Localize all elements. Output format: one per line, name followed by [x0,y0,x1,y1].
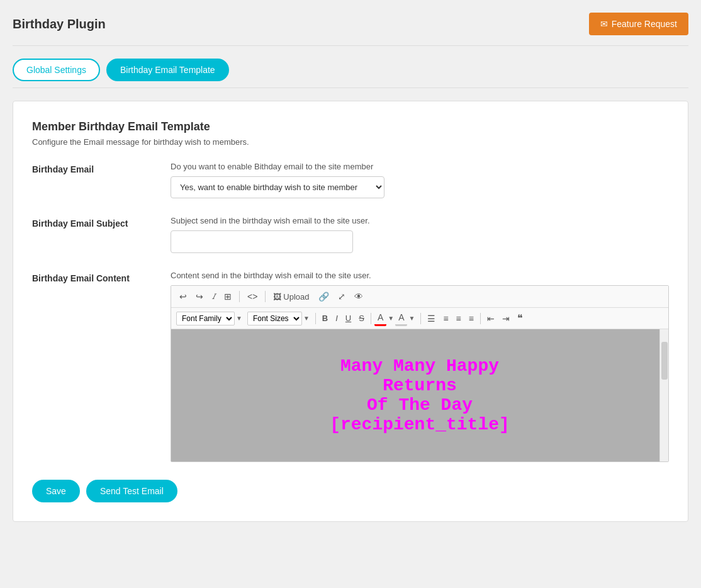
app-title: Birthday Plugin [13,17,106,31]
italic-button[interactable]: I [332,312,341,325]
toolbar-sep-2 [265,291,266,302]
editor-line4: [recipient_title] [330,415,510,434]
fullscreen-button[interactable]: ⤢ [335,290,349,303]
action-bar: Save Send Test Email [32,480,669,502]
font-family-select[interactable]: Font Family [176,312,235,325]
font-color-chevron-icon: ▼ [388,315,394,322]
save-button[interactable]: Save [32,480,80,502]
tab-bar: Global Settings Birthday Email Template [13,59,688,88]
align-center-button[interactable]: ≡ [440,312,451,325]
editor-scrollbar[interactable] [659,329,668,461]
code-button[interactable]: <> [244,290,261,303]
tab-global-settings[interactable]: Global Settings [13,59,100,81]
birthday-email-select[interactable]: Yes, want to enable birthday wish to sit… [171,176,384,198]
preview-button[interactable]: 👁 [351,290,366,303]
editor-line2: Returns [330,376,510,395]
feature-request-button[interactable]: ✉ Feature Request [589,13,688,35]
toolbar-sep-3 [315,313,316,324]
link-button[interactable]: 🔗 [315,290,332,303]
birthday-email-label: Birthday Email [32,162,152,198]
bg-color-button[interactable]: A [395,310,407,326]
email-content-editor: ↩ ↪ 𝘐 ⊞ <> 🖼 Upload 🔗 ⤢ 👁 [171,285,669,462]
align-justify-button[interactable]: ≡ [466,312,477,325]
toolbar-sep-4 [371,313,371,324]
align-right-button[interactable]: ≡ [453,312,464,325]
underline-button[interactable]: U [342,312,354,325]
send-test-email-button[interactable]: Send Test Email [86,480,177,502]
card-subtitle: Configure the Email message for birthday… [32,137,669,147]
italic-t-button[interactable]: 𝘐 [209,290,218,303]
editor-toolbar-bottom: Font Family ▼ Font Sizes ▼ B I U S A [171,308,668,329]
redo-button[interactable]: ↪ [193,290,206,303]
blockquote-button[interactable]: ❝ [514,310,526,326]
copy-format-button[interactable]: ⊞ [221,290,235,303]
birthday-email-subject-field: Subject send in the birthday wish email … [171,216,669,253]
font-sizes-select[interactable]: Font Sizes [247,312,302,325]
toolbar-sep-1 [239,291,240,302]
font-family-chevron-icon: ▼ [236,315,242,322]
strikethrough-button[interactable]: S [356,312,367,325]
birthday-email-content-field: Content send in the birthday wish email … [171,271,669,462]
email-icon: ✉ [600,19,608,29]
toolbar-sep-5 [420,313,421,324]
bold-button[interactable]: B [319,312,331,325]
birthday-email-content-row: Birthday Email Content Content send in t… [32,271,669,462]
toolbar-sep-6 [480,313,481,324]
birthday-email-subject-label: Birthday Email Subject [32,216,152,253]
birthday-email-field: Do you want to enable Bithday email to t… [171,162,669,198]
card-title: Member Birthday Email Template [32,120,669,133]
font-color-button[interactable]: A [374,310,386,326]
align-left-button[interactable]: ☰ [424,312,439,325]
tab-birthday-email-template[interactable]: Birthday Email Template [106,59,229,81]
birthday-email-content-label: Birthday Email Content [32,271,152,462]
editor-toolbar-top: ↩ ↪ 𝘐 ⊞ <> 🖼 Upload 🔗 ⤢ 👁 [171,286,668,308]
birthday-email-subject-hint: Subject send in the birthday wish email … [171,216,669,225]
font-sizes-chevron-icon: ▼ [303,315,310,322]
main-card: Member Birthday Email Template Configure… [13,101,688,522]
editor-line1: Many Many Happy [330,356,510,376]
birthday-email-content-hint: Content send in the birthday wish email … [171,271,669,280]
birthday-email-hint: Do you want to enable Bithday email to t… [171,162,669,171]
editor-content-area[interactable]: Many Many Happy Returns Of The Day [reci… [171,329,668,461]
birthday-email-subject-input[interactable] [171,230,353,253]
birthday-email-row: Birthday Email Do you want to enable Bit… [32,162,669,198]
top-divider [13,45,688,46]
birthday-email-subject-row: Birthday Email Subject Subject send in t… [32,216,669,253]
editor-line3: Of The Day [330,395,510,415]
upload-button[interactable]: 🖼 Upload [270,290,312,303]
outdent-button[interactable]: ⇤ [484,312,498,325]
editor-text: Many Many Happy Returns Of The Day [reci… [317,344,522,447]
scrollbar-thumb [661,342,668,380]
image-icon: 🖼 [273,292,281,302]
bg-color-chevron-icon: ▼ [408,315,415,322]
indent-button[interactable]: ⇥ [499,312,513,325]
undo-button[interactable]: ↩ [176,290,190,303]
